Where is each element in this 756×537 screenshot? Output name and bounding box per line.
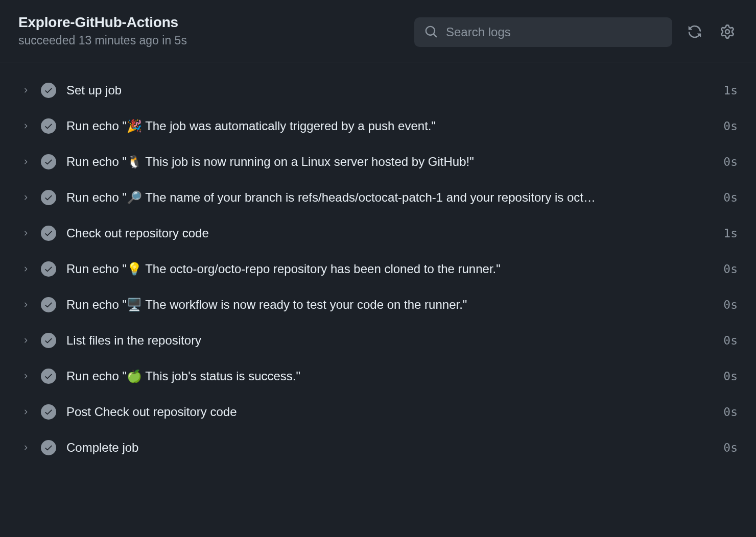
chevron-right-icon xyxy=(20,264,31,274)
steps-list: Set up job 1s Run echo "🎉 The job was au… xyxy=(0,62,756,476)
step-row[interactable]: Run echo "🖥️ The workflow is now ready t… xyxy=(0,287,756,323)
step-label: Run echo "🖥️ The workflow is now ready t… xyxy=(66,298,713,312)
step-row[interactable]: Run echo "💡 The octo-org/octo-repo repos… xyxy=(0,251,756,287)
step-row[interactable]: Run echo "🍏 This job's status is success… xyxy=(0,358,756,394)
search-logs-box[interactable] xyxy=(414,17,672,47)
step-duration: 0s xyxy=(723,441,738,454)
step-row[interactable]: Run echo "🎉 The job was automatically tr… xyxy=(0,108,756,144)
header-titles: Explore-GitHub-Actions succeeded 13 minu… xyxy=(18,14,187,47)
step-row[interactable]: Post Check out repository code 0s xyxy=(0,394,756,430)
refresh-button[interactable] xyxy=(684,21,705,43)
chevron-right-icon xyxy=(20,300,31,310)
step-label: Complete job xyxy=(66,441,713,455)
settings-button[interactable] xyxy=(717,21,738,43)
check-success-icon xyxy=(41,83,56,98)
step-label: Check out repository code xyxy=(66,226,713,240)
chevron-right-icon xyxy=(20,371,31,381)
step-label: Set up job xyxy=(66,83,713,97)
step-duration: 1s xyxy=(723,84,738,97)
search-input[interactable] xyxy=(446,25,662,39)
page-header: Explore-GitHub-Actions succeeded 13 minu… xyxy=(0,0,756,62)
check-success-icon xyxy=(41,118,56,134)
step-label: Run echo "🔎 The name of your branch is r… xyxy=(66,190,713,205)
step-duration: 0s xyxy=(723,191,738,204)
step-duration: 0s xyxy=(723,405,738,419)
chevron-right-icon xyxy=(20,443,31,453)
step-row[interactable]: Check out repository code 1s xyxy=(0,215,756,251)
step-duration: 0s xyxy=(723,119,738,133)
step-duration: 0s xyxy=(723,155,738,168)
check-success-icon xyxy=(41,440,56,455)
step-label: List files in the repository xyxy=(66,333,713,348)
step-label: Run echo "🎉 The job was automatically tr… xyxy=(66,119,713,133)
step-label: Post Check out repository code xyxy=(66,405,713,419)
step-row[interactable]: Run echo "🔎 The name of your branch is r… xyxy=(0,180,756,215)
check-success-icon xyxy=(41,261,56,277)
sync-icon xyxy=(688,25,702,40)
chevron-right-icon xyxy=(20,85,31,95)
step-label: Run echo "💡 The octo-org/octo-repo repos… xyxy=(66,262,713,276)
chevron-right-icon xyxy=(20,192,31,203)
step-label: Run echo "🍏 This job's status is success… xyxy=(66,369,713,383)
step-row[interactable]: Set up job 1s xyxy=(0,72,756,108)
chevron-right-icon xyxy=(20,407,31,417)
step-duration: 0s xyxy=(723,262,738,276)
search-icon xyxy=(424,25,438,40)
step-duration: 0s xyxy=(723,370,738,383)
check-success-icon xyxy=(41,226,56,241)
check-success-icon xyxy=(41,369,56,384)
step-row[interactable]: Complete job 0s xyxy=(0,430,756,466)
chevron-right-icon xyxy=(20,335,31,346)
step-label: Run echo "🐧 This job is now running on a… xyxy=(66,155,713,169)
header-actions xyxy=(414,17,738,47)
step-duration: 0s xyxy=(723,334,738,347)
chevron-right-icon xyxy=(20,228,31,238)
step-row[interactable]: List files in the repository 0s xyxy=(0,323,756,358)
check-success-icon xyxy=(41,297,56,312)
step-duration: 0s xyxy=(723,298,738,311)
check-success-icon xyxy=(41,154,56,169)
gear-icon xyxy=(720,25,735,40)
chevron-right-icon xyxy=(20,121,31,131)
step-duration: 1s xyxy=(723,227,738,240)
page-subtitle: succeeded 13 minutes ago in 5s xyxy=(18,34,187,47)
chevron-right-icon xyxy=(20,157,31,167)
page-title: Explore-GitHub-Actions xyxy=(18,14,187,31)
check-success-icon xyxy=(41,333,56,348)
step-row[interactable]: Run echo "🐧 This job is now running on a… xyxy=(0,144,756,180)
check-success-icon xyxy=(41,190,56,205)
check-success-icon xyxy=(41,404,56,420)
